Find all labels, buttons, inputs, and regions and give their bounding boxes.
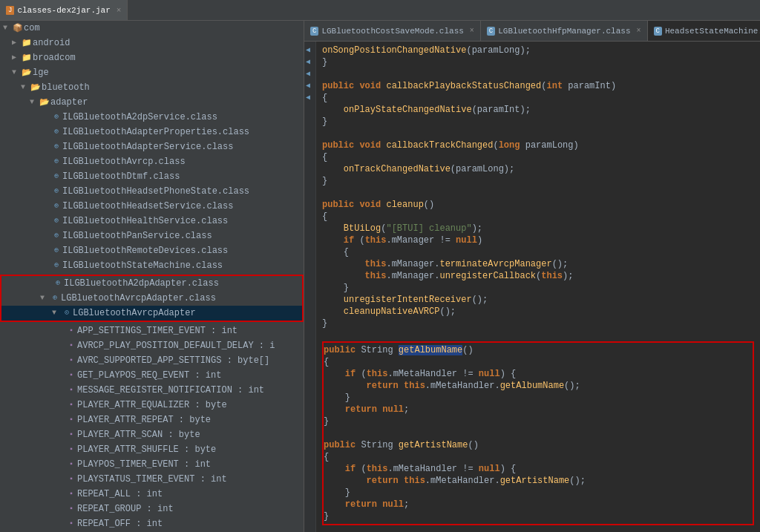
tree-node-field-5[interactable]: ▪ MESSAGE_REGISTER_NOTIFICATION : int [0,383,304,398]
code-tab-2[interactable]: C LGBluetoothHfpManager.class × [481,21,648,41]
tree-label-field-6: PLAYER_ATTR_EQUALIZER : byte [77,398,227,412]
expand-arrow-LGBluetoothAvrcpAdapter: ▼ [52,306,61,320]
code-line-3 [322,68,754,80]
tree-label-field-9: PLAYER_ATTR_SHUFFLE : byte [77,443,216,456]
jar-tab[interactable]: J classes-dex2jar.jar × [0,0,128,20]
code-line-32: } [324,416,753,427]
code-line-9: public void callbackTrackChanged(long pa… [322,139,754,151]
window: J classes-dex2jar.jar × ▼ 📦 com ▶ 📁 andr… [0,0,760,532]
code-tab-3-label: HeadsetStateMachine.class [665,27,760,36]
jar-tab-icon: J [6,6,14,15]
file-tree[interactable]: ▼ 📦 com ▶ 📁 android ▶ 📁 broadcom ▼ [0,21,304,532]
tree-label-bluetooth: bluetooth [42,81,90,94]
main-content: ▼ 📦 com ▶ 📁 android ▶ 📁 broadcom ▼ [0,21,760,532]
code-editor[interactable]: C LGBluetoothCostSaveMode.class × C LGBl… [304,21,760,532]
tree-node-field-3[interactable]: ▪ AVRC_SUPPORTED_APP_SETTINGS : byte[] [0,353,304,368]
field-icon-4: ▪ [65,370,77,381]
code-line-16: BtUiLog("[BTUI] cleanup"); [322,223,754,234]
tree-node-ILGBluetoothAvrcp[interactable]: ⊕ ILGBluetoothAvrcp.class [0,154,304,169]
tree-node-adapter[interactable]: ▼ 📂 adapter [0,95,304,110]
tree-label-field-14: REPEAT_OFF : int [77,517,163,531]
tree-node-ILGBluetoothPanService[interactable]: ⊕ ILGBluetoothPanService.class [0,229,304,243]
expand-arrow-adapter: ▼ [30,96,39,109]
tree-node-field-13[interactable]: ▪ REPEAT_GROUP : int [0,502,304,516]
tree-node-field-4[interactable]: ▪ GET_PLAYPOS_REQ_EVENT : int [0,368,304,383]
class-icon-4: ⊕ [50,156,62,168]
code-line-37: return this.mMetaHandler.getArtistName()… [324,475,753,487]
jar-tab-close[interactable]: × [117,6,122,15]
code-line-6: onPlayStateChangedNative(paramInt); [322,104,754,116]
tree-node-ILGBluetoothA2dpAdapter[interactable]: ⊕ ILGBluetoothA2dpAdapter.class [1,276,302,291]
tree-node-field-8[interactable]: ▪ PLAYER_ATTR_SCAN : byte [0,427,304,442]
tree-node-ILGBluetoothHealthService[interactable]: ⊕ ILGBluetoothHealthService.class [0,214,304,229]
tree-node-ILGBluetoothStateMachine[interactable]: ⊕ ILGBluetoothStateMachine.class [0,258,304,273]
package-icon-android: 📁 [21,37,33,49]
tree-node-ILGBluetoothRemoteDevices[interactable]: ⊕ ILGBluetoothRemoteDevices.class [0,243,304,258]
code-line-21: } [322,282,754,294]
code-line-24: } [322,318,754,329]
tree-node-LGBluetoothAvrcpAdapterClass[interactable]: ▼ ⊕ LGBluetoothAvrcpAdapter.class [1,291,302,306]
tree-node-android[interactable]: ▶ 📁 android [0,36,304,50]
field-icon-8: ▪ [65,429,77,441]
tree-node-field-10[interactable]: ▪ PLAYPOS_TIMER_EVENT : int [0,457,304,472]
code-line-15: { [322,211,754,223]
code-line-10: { [322,151,754,163]
tree-node-field-12[interactable]: ▪ REPEAT_ALL : int [0,487,304,502]
tree-label-2: ILGBluetoothAdapterProperties.class [62,125,249,139]
code-line-36: if (this.mMetaHandler != null) { [324,463,753,475]
field-icon-1: ▪ [65,325,77,337]
code-line-25 [322,329,754,341]
tree-label-field-13: REPEAT_GROUP : int [77,502,174,516]
tree-label-field-10: PLAYPOS_TIMER_EVENT : int [77,458,211,471]
field-icon-6: ▪ [65,399,77,411]
tree-node-broadcom[interactable]: ▶ 📁 broadcom [0,50,304,65]
tree-node-ILGBluetoothHeadsetPhoneState[interactable]: ⊕ ILGBluetoothHeadsetPhoneState.class [0,184,304,199]
package-icon-com: 📦 [12,22,24,34]
field-icon-5: ▪ [65,384,77,396]
tree-node-LGBluetoothAvrcpAdapter[interactable]: ▼ ⊙ LGBluetoothAvrcpAdapter [1,306,302,321]
field-icon-14: ▪ [65,518,77,530]
code-tab-2-close[interactable]: × [637,27,641,35]
expand-arrow-LGBluetoothAvrcpAdapterClass: ▼ [40,292,49,305]
tree-label-7: ILGBluetoothHeadsetService.class [62,200,233,213]
tree-node-ILGBluetoothA2dpService[interactable]: ⊕ ILGBluetoothA2dpService.class [0,110,304,125]
tree-node-ILGBluetoothDtmf[interactable]: ⊕ ILGBluetoothDtmf.class [0,169,304,184]
tree-node-field-11[interactable]: ▪ PLAYSTATUS_TIMER_EVENT : int [0,472,304,487]
code-highlight-box: public String getAlbumName() { if (this.… [322,341,754,525]
tree-node-field-9[interactable]: ▪ PLAYER_ATTR_SHUFFLE : byte [0,442,304,457]
tree-node-field-7[interactable]: ▪ PLAYER_ATTR_REPEAT : byte [0,413,304,427]
tree-label-5: ILGBluetoothDtmf.class [62,170,180,183]
tree-node-ILGBluetoothHeadsetService[interactable]: ⊕ ILGBluetoothHeadsetService.class [0,199,304,214]
tree-node-field-6[interactable]: ▪ PLAYER_ATTR_EQUALIZER : byte [0,398,304,413]
field-icon-10: ▪ [65,459,77,470]
tree-node-com[interactable]: ▼ 📦 com [0,21,304,36]
code-line-30: } [324,392,753,404]
class-icon-11: ⊕ [50,260,62,272]
code-content: ◀ ◀ ◀ [304,42,760,532]
tree-node-lge[interactable]: ▼ 📂 lge [0,65,304,80]
expand-arrow-lge: ▼ [12,66,21,79]
tree-node-field-1[interactable]: ▪ APP_SETTINGS_TIMER_EVENT : int [0,324,304,338]
tree-node-field-2[interactable]: ▪ AVRCP_PLAY_POSITION_DEFAULT_DELAY : i [0,338,304,353]
code-tab-1[interactable]: C LGBluetoothCostSaveMode.class × [304,21,481,41]
code-line-7: } [322,116,754,128]
code-line-20: this.mManager.unregisterCallback(this); [322,270,754,282]
expand-arrow-android: ▶ [12,36,21,50]
code-line-29: return this.mMetaHandler.getAlbumName(); [324,380,753,392]
tree-label-6: ILGBluetoothHeadsetPhoneState.class [62,185,249,198]
tree-node-ILGBluetoothAdapterProperties[interactable]: ⊕ ILGBluetoothAdapterProperties.class [0,125,304,139]
tree-node-ILGBluetoothAdapterService[interactable]: ⊕ ILGBluetoothAdapterService.class [0,139,304,154]
code-line-8 [322,128,754,139]
code-line-22: unregisterIntentReceiver(); [322,294,754,306]
class-icon-2: ⊕ [50,126,62,138]
code-tab-1-close[interactable]: × [470,27,474,35]
code-tab-3[interactable]: C HeadsetStateMachine.class × [648,21,760,41]
tree-node-field-14[interactable]: ▪ REPEAT_OFF : int [0,516,304,531]
tree-label-field-8: PLAYER_ATTR_SCAN : byte [77,428,200,441]
tree-label-11: ILGBluetoothStateMachine.class [62,259,223,272]
class-icon-12: ⊕ [52,278,64,289]
code-line-26: public String getAlbumName() [324,344,753,356]
package-icon-adapter: 📂 [39,96,50,108]
tree-node-bluetooth[interactable]: ▼ 📂 bluetooth [0,80,304,95]
tree-label-field-5: MESSAGE_REGISTER_NOTIFICATION : int [77,384,264,397]
